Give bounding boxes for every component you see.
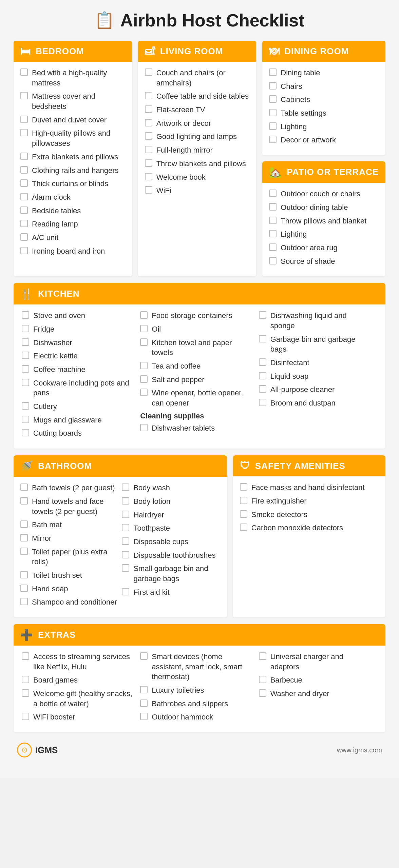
list-item[interactable]: Good lighting and lamps [145,132,250,142]
checkbox[interactable] [140,325,148,332]
checkbox[interactable] [145,173,152,180]
checkbox[interactable] [22,402,29,410]
list-item[interactable]: Face masks and hand disinfectant [240,482,379,493]
list-item[interactable]: Dishwasher tablets [140,423,253,433]
list-item[interactable]: Hand soap [20,584,118,594]
list-item[interactable]: Clothing rails and hangers [20,165,125,176]
checkbox[interactable] [145,105,152,113]
checkbox[interactable] [140,362,148,369]
checkbox[interactable] [269,190,277,197]
list-item[interactable]: Ironing board and iron [20,246,125,256]
list-item[interactable]: Stove and oven [22,311,135,321]
list-item[interactable]: Decor or artwork [269,135,379,145]
checkbox[interactable] [20,571,28,578]
list-item[interactable]: Toilet brush set [20,570,118,580]
list-item[interactable]: Throw pillows and blanket [269,216,379,226]
list-item[interactable]: Chairs [269,81,379,92]
list-item[interactable]: Oil [140,324,253,334]
checkbox[interactable] [240,483,247,491]
list-item[interactable]: Thick curtains or blinds [20,179,125,189]
checkbox[interactable] [269,217,277,224]
list-item[interactable]: Wine opener, bottle opener, can opener [140,388,253,408]
checkbox[interactable] [20,129,28,136]
list-item[interactable]: Coffee machine [22,364,135,375]
list-item[interactable]: Small garbage bin and garbage bags [122,564,220,584]
list-item[interactable]: Hand towels and face towels (2 per guest… [20,496,118,516]
list-item[interactable]: Tea and coffee [140,361,253,371]
checkbox[interactable] [140,311,148,319]
checkbox[interactable] [20,166,28,174]
checkbox[interactable] [240,510,247,518]
list-item[interactable]: Luxury toiletries [140,685,253,695]
checkbox[interactable] [140,375,148,383]
list-item[interactable]: Outdoor dining table [269,202,379,213]
checkbox[interactable] [20,179,28,187]
list-item[interactable]: Alarm clock [20,192,125,202]
checkbox[interactable] [122,511,129,518]
list-item[interactable]: Dishwashing liquid and sponge [259,311,372,331]
list-item[interactable]: Duvet and duvet cover [20,115,125,125]
list-item[interactable]: Disposable cups [122,537,220,547]
checkbox[interactable] [122,564,129,572]
list-item[interactable]: Table settings [269,108,379,118]
list-item[interactable]: Bathrobes and slippers [140,699,253,709]
checkbox[interactable] [22,352,29,359]
list-item[interactable]: Hairdryer [122,510,220,520]
list-item[interactable]: Bedside tables [20,206,125,216]
list-item[interactable]: Flat-screen TV [145,105,250,115]
checkbox[interactable] [259,372,266,379]
checkbox[interactable] [240,524,247,531]
checkbox[interactable] [145,92,152,99]
list-item[interactable]: First aid kit [122,587,220,597]
list-item[interactable]: Broom and dustpan [259,398,372,408]
checkbox[interactable] [22,325,29,332]
checkbox[interactable] [122,537,129,545]
checkbox[interactable] [22,429,29,436]
checkbox[interactable] [20,68,28,76]
list-item[interactable]: Cutlery [22,401,135,412]
list-item[interactable]: Outdoor couch or chairs [269,189,379,199]
list-item[interactable]: Shampoo and conditioner [20,597,118,607]
list-item[interactable]: Source of shade [269,256,379,267]
list-item[interactable]: Full-length mirror [145,145,250,155]
list-item[interactable]: High-quality pillows and pillowcases [20,128,125,148]
checkbox[interactable] [269,68,277,76]
checkbox[interactable] [259,358,266,366]
list-item[interactable]: Cutting boards [22,428,135,438]
checkbox[interactable] [269,257,277,264]
checkbox[interactable] [145,132,152,140]
list-item[interactable]: Barbecue [259,675,372,685]
checkbox[interactable] [269,82,277,90]
checkbox[interactable] [20,520,28,528]
list-item[interactable]: Bath mat [20,520,118,530]
checkbox[interactable] [20,585,28,592]
checkbox[interactable] [269,203,277,211]
checkbox[interactable] [20,206,28,214]
checkbox[interactable] [20,92,28,99]
checkbox[interactable] [140,338,148,346]
checkbox[interactable] [20,497,28,505]
list-item[interactable]: Welcome book [145,172,250,182]
checkbox[interactable] [259,335,266,342]
list-item[interactable]: Toothpaste [122,523,220,533]
checkbox[interactable] [122,551,129,558]
list-item[interactable]: Outdoor hammock [140,712,253,722]
checkbox[interactable] [22,379,29,386]
checkbox[interactable] [269,136,277,143]
checkbox[interactable] [259,676,266,683]
checkbox[interactable] [122,484,129,491]
list-item[interactable]: Washer and dryer [259,689,372,699]
checkbox[interactable] [22,365,29,373]
list-item[interactable]: All-purpose cleaner [259,384,372,395]
checkbox[interactable] [20,598,28,605]
list-item[interactable]: Toilet paper (plus extra rolls) [20,547,118,567]
checkbox[interactable] [122,524,129,531]
checkbox[interactable] [122,588,129,595]
list-item[interactable]: Board games [22,675,135,685]
checkbox[interactable] [259,385,266,393]
checkbox[interactable] [145,119,152,126]
checkbox[interactable] [22,338,29,346]
checkbox[interactable] [269,95,277,103]
list-item[interactable]: Bath towels (2 per guest) [20,483,118,493]
list-item[interactable]: Universal charger and adaptors [259,652,372,672]
